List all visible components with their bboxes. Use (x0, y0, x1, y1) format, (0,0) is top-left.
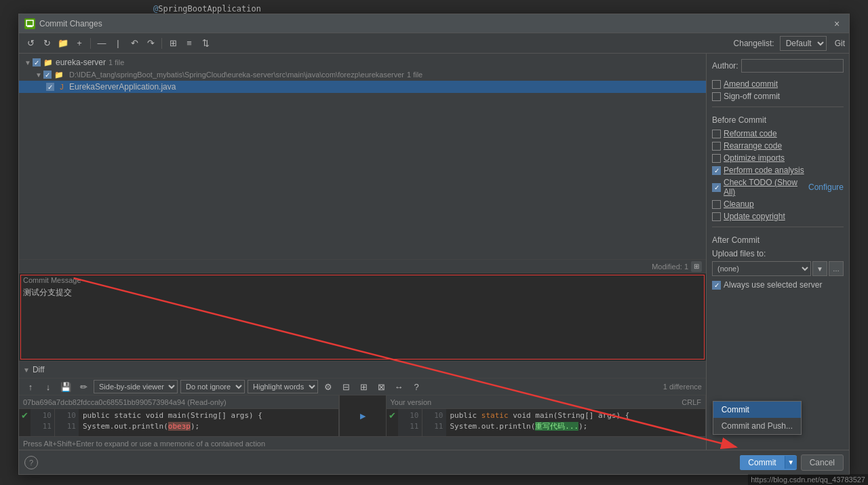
cancel-button[interactable]: Cancel (801, 454, 844, 471)
diff-left-line-nums: 1011 (31, 409, 54, 436)
modified-text: Modified: 1 (652, 263, 688, 271)
diff-separator: ▶ (339, 395, 387, 436)
tree-file-item[interactable]: ✓ J EurekaServerApplication.java (19, 81, 706, 93)
before-commit-title: Before Commit (712, 115, 844, 125)
upload-settings-btn[interactable]: … (829, 261, 844, 276)
copyright-checkbox[interactable] (712, 212, 721, 221)
signoff-checkbox[interactable] (712, 92, 721, 101)
diff-layout-btn[interactable]: ⊟ (338, 379, 353, 394)
diff-edit-btn[interactable]: ✏ (76, 379, 91, 394)
changelist-label: Changelist: (734, 39, 774, 48)
perform-label[interactable]: Perform code analysis (724, 166, 804, 175)
signoff-label[interactable]: Sign-off commit (724, 92, 780, 101)
toolbar-redo-btn[interactable]: ↷ (143, 36, 158, 51)
cleanup-checkbox[interactable] (712, 200, 721, 209)
upload-dropdown-btn[interactable]: ▼ (812, 261, 827, 276)
signoff-row: Sign-off commit (712, 92, 844, 101)
dropdown-commit-push[interactable]: Commit and Push... (713, 418, 801, 434)
diff-right-crlf: CRLF (682, 398, 701, 406)
optimize-checkbox[interactable] (712, 154, 721, 163)
modified-expand-btn[interactable]: ⊞ (691, 261, 702, 272)
tree-root[interactable]: ▼ ✓ 📁 eureka-server 1 file (19, 56, 706, 69)
perform-checkbox[interactable]: ✓ (712, 166, 721, 175)
configure-link[interactable]: Configure (808, 182, 844, 192)
hint-bar: Press Alt+Shift+Enter to expand or use a… (19, 436, 706, 450)
sep2 (161, 38, 162, 49)
diff-right-line-nums2: 1011 (422, 409, 446, 436)
reformat-row: Reformat code (712, 129, 844, 138)
diff-left-tick: ✔ (19, 409, 31, 436)
toolbar-sep-btn[interactable]: | (111, 36, 125, 51)
diff-title: Diff (33, 365, 45, 374)
rearrange-label[interactable]: Rearrange code (724, 141, 782, 151)
commit-message-area[interactable]: Commit Message 测试分支提交 (19, 273, 706, 361)
toolbar-arrow-btn[interactable]: ↻ (39, 36, 54, 51)
diff-up-btn[interactable]: ↑ (23, 379, 38, 394)
diff-right-pane: Your version CRLF ✔ 1011 1011 (387, 395, 707, 436)
toolbar-folder-btn[interactable]: 📁 (56, 36, 71, 51)
diff-merge-btn[interactable]: ⊠ (374, 379, 389, 394)
diff-viewer: 07ba696a7dcb82fdcca0c68551bb990573984a94… (19, 395, 706, 436)
right-panel: Author: Amend commit Sign-off commit Bef… (707, 54, 849, 450)
toolbar-sort1-btn[interactable]: ≡ (182, 36, 197, 51)
svg-rect-1 (28, 25, 32, 26)
diff-down-btn[interactable]: ↓ (41, 379, 56, 394)
toolbar-undo-btn[interactable]: ↶ (127, 36, 142, 51)
diff-nav-btn[interactable]: ↔ (391, 379, 406, 394)
rearrange-checkbox[interactable] (712, 142, 721, 151)
amend-checkbox[interactable] (712, 80, 721, 89)
diff-section: ▼ Diff ↑ ↓ 💾 ✏ Side-by-side viewer Do no… (19, 361, 706, 436)
author-input[interactable] (741, 59, 844, 73)
path-folder-icon: 📁 (54, 70, 64, 79)
path-checkbox[interactable]: ✓ (43, 71, 52, 79)
toolbar-refresh-btn[interactable]: ↺ (23, 36, 38, 51)
close-button[interactable]: × (830, 17, 844, 31)
copyright-label[interactable]: Update copyright (724, 212, 785, 221)
diff-help-btn[interactable]: ? (409, 379, 424, 394)
toolbar-minus-btn[interactable]: — (94, 36, 109, 51)
dropdown-commit[interactable]: Commit (713, 402, 801, 418)
sep1 (90, 38, 91, 49)
toolbar-diff-btn[interactable]: ⊞ (165, 36, 180, 51)
optimize-label[interactable]: Optimize imports (724, 153, 785, 163)
toolbar-sort2-btn[interactable]: ⇅ (198, 36, 213, 51)
dialog-title: Commit Changes (39, 19, 830, 28)
java-file-icon: J (57, 82, 66, 92)
commit-main-button[interactable]: Commit (740, 455, 784, 470)
left-panel: ▼ ✓ 📁 eureka-server 1 file ▼ ✓ 📁 D:\IDEA… (19, 54, 707, 450)
tree-path-item[interactable]: ▼ ✓ 📁 D:\IDEA_tang\springBoot_mybatis\Sp… (19, 69, 706, 81)
commit-message-label: Commit Message (23, 276, 81, 284)
diff-split-btn[interactable]: ⊞ (356, 379, 371, 394)
upload-select[interactable]: (none) (712, 261, 811, 276)
changelist-select[interactable]: Default (780, 36, 827, 51)
toolbar-plus-btn[interactable]: + (72, 36, 87, 51)
file-tree[interactable]: ▼ ✓ 📁 eureka-server 1 file ▼ ✓ 📁 D:\IDEA… (19, 54, 706, 259)
diff-ignore-select[interactable]: Do not ignore (180, 380, 245, 393)
todo-row: ✓ Check TODO (Show All) Configure (712, 178, 844, 197)
amend-commit-row: Amend commit (712, 79, 844, 89)
diff-right-line-nums: 1011 (398, 409, 422, 436)
tree-expand-icon: ▼ (24, 59, 31, 66)
reformat-label[interactable]: Reformat code (724, 129, 777, 138)
file-checkbox[interactable]: ✓ (46, 83, 54, 91)
cleanup-label[interactable]: Cleanup (724, 199, 754, 209)
commit-dropdown[interactable]: Commit ▼ (740, 455, 796, 470)
commit-message-input[interactable]: 测试分支提交 (19, 273, 706, 361)
todo-checkbox[interactable]: ✓ (712, 183, 721, 192)
amend-commit-label[interactable]: Amend commit (724, 79, 778, 89)
root-checkbox[interactable]: ✓ (33, 58, 41, 66)
always-use-label[interactable]: Always use selected server (724, 280, 822, 290)
diff-settings-btn[interactable]: ⚙ (321, 379, 336, 394)
commit-arrow-button[interactable]: ▼ (785, 456, 797, 469)
help-button[interactable]: ? (24, 456, 38, 469)
sep2 (712, 227, 844, 227)
reformat-checkbox[interactable] (712, 130, 721, 138)
diff-right-content: ✔ 1011 1011 public static void main(Stri… (387, 409, 706, 436)
diff-highlight-select[interactable]: Highlight words (248, 380, 318, 393)
diff-viewer-select[interactable]: Side-by-side viewer (94, 380, 178, 393)
diff-save-btn[interactable]: 💾 (58, 379, 73, 394)
diff-left-code: public static void main(String[] args) {… (79, 409, 338, 436)
todo-label[interactable]: Check TODO (Show All) (724, 178, 806, 197)
always-use-checkbox[interactable]: ✓ (712, 281, 721, 290)
path-name: D:\IDEA_tang\springBoot_mybatis\SpringCl… (69, 71, 404, 79)
